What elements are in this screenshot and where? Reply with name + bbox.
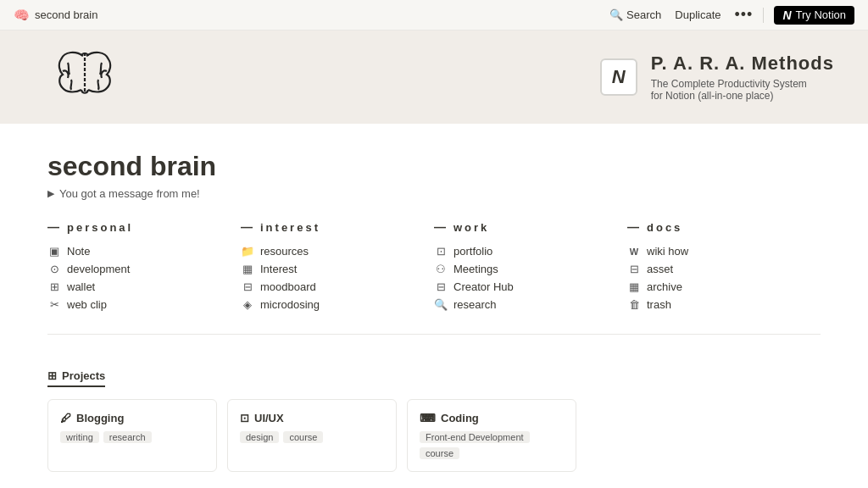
main-content: N P. A. R. A. Methods The Complete Produ… bbox=[0, 30, 868, 488]
search-label: Search bbox=[626, 8, 661, 21]
section-divider bbox=[47, 334, 821, 335]
more-options-button[interactable]: ••• bbox=[734, 6, 753, 24]
item-label: microdosing bbox=[260, 298, 320, 311]
tag: research bbox=[103, 431, 152, 443]
personal-items: ▣ Note ⊙ development ⊞ wallet ✂ web clip bbox=[47, 242, 227, 313]
list-item[interactable]: ⊙ development bbox=[47, 260, 227, 278]
tag: course bbox=[283, 431, 323, 443]
promo-title: P. A. R. A. Methods bbox=[651, 53, 834, 75]
item-label: Creator Hub bbox=[453, 280, 514, 293]
list-item[interactable]: ▣ Note bbox=[47, 242, 227, 260]
list-item[interactable]: ⊟ Creator Hub bbox=[434, 278, 614, 296]
item-label: archive bbox=[647, 280, 682, 293]
page-message[interactable]: ▶ You got a message from me! bbox=[47, 187, 821, 200]
archive-icon: ▦ bbox=[627, 280, 641, 293]
tag: course bbox=[420, 447, 459, 459]
item-label: web clip bbox=[67, 298, 107, 311]
docs-label: docs bbox=[647, 221, 682, 234]
item-label: trash bbox=[647, 298, 671, 311]
project-card-coding[interactable]: ⌨ Coding Front-end Development course bbox=[407, 399, 576, 472]
interest-icon: ▦ bbox=[241, 263, 254, 275]
card-title: ⊡ UI/UX bbox=[240, 412, 384, 424]
development-icon: ⊙ bbox=[47, 263, 61, 275]
projects-tab-label: Projects bbox=[62, 369, 105, 382]
project-card-blogging[interactable]: 🖊 Blogging writing research bbox=[47, 399, 217, 472]
card-title: 🖊 Blogging bbox=[60, 412, 204, 424]
promo-desc: The Complete Productivity System for Not… bbox=[651, 78, 821, 102]
nav-left: 🧠 second brain bbox=[14, 8, 97, 23]
docs-header: — docs bbox=[627, 220, 807, 234]
page-title: second brain bbox=[47, 151, 821, 182]
try-notion-button[interactable]: N Try Notion bbox=[774, 6, 854, 25]
portfolio-icon: ⊡ bbox=[434, 245, 448, 258]
nav-separator bbox=[763, 8, 764, 23]
resources-icon: 📁 bbox=[241, 245, 254, 258]
interest-items: 📁 resources ▦ Interest ⊟ moodboard ◈ mic… bbox=[241, 242, 420, 313]
card-tags: writing research bbox=[60, 431, 204, 443]
work-items: ⊡ portfolio ⚇ Meetings ⊟ Creator Hub 🔍 r… bbox=[434, 242, 614, 313]
list-item[interactable]: ✂ web clip bbox=[47, 296, 227, 313]
tag: design bbox=[240, 431, 279, 443]
personal-header: — personal bbox=[47, 220, 227, 234]
card-label: Coding bbox=[441, 412, 479, 424]
item-label: Meetings bbox=[453, 263, 498, 275]
work-section: — work ⊡ portfolio ⚇ Meetings ⊟ Creator … bbox=[434, 220, 627, 313]
list-item[interactable]: W wiki how bbox=[627, 242, 807, 260]
notion-n-icon: N bbox=[782, 8, 791, 22]
notion-logo-icon: N bbox=[612, 66, 626, 88]
card-label: UI/UX bbox=[254, 412, 284, 424]
card-title: ⌨ Coding bbox=[420, 412, 564, 424]
work-label: work bbox=[453, 221, 489, 234]
project-cards: 🖊 Blogging writing research ⊡ UI/UX desi… bbox=[47, 399, 821, 472]
interest-section: — interest 📁 resources ▦ Interest ⊟ mood… bbox=[241, 220, 434, 313]
site-title: second brain bbox=[35, 8, 97, 21]
list-item[interactable]: ⊟ moodboard bbox=[241, 278, 420, 296]
projects-tab[interactable]: ⊞ Projects bbox=[47, 369, 105, 387]
project-card-uiux[interactable]: ⊡ UI/UX design course bbox=[227, 399, 397, 472]
interest-header: — interest bbox=[241, 220, 420, 234]
item-label: research bbox=[453, 298, 497, 311]
hero-promo: N P. A. R. A. Methods The Complete Produ… bbox=[600, 53, 834, 102]
hero-banner: N P. A. R. A. Methods The Complete Produ… bbox=[0, 30, 868, 124]
webclip-icon: ✂ bbox=[47, 298, 61, 311]
wikihow-icon: W bbox=[627, 247, 641, 257]
coding-icon: ⌨ bbox=[420, 412, 436, 424]
research-icon: 🔍 bbox=[434, 298, 448, 311]
search-button[interactable]: 🔍 Search bbox=[609, 8, 661, 21]
brain-illustration bbox=[51, 39, 119, 109]
uiux-icon: ⊡ bbox=[240, 412, 249, 424]
item-label: portfolio bbox=[453, 245, 492, 258]
try-notion-label: Try Notion bbox=[796, 8, 846, 21]
sections-grid: — personal ▣ Note ⊙ development ⊞ wallet bbox=[47, 220, 821, 313]
item-label: Interest bbox=[260, 263, 297, 275]
trash-icon: 🗑 bbox=[627, 298, 641, 311]
list-item[interactable]: ▦ Interest bbox=[241, 260, 420, 278]
list-item[interactable]: 🔍 research bbox=[434, 296, 614, 313]
projects-tab-icon: ⊞ bbox=[47, 369, 57, 382]
list-item[interactable]: 🗑 trash bbox=[627, 296, 807, 313]
meetings-icon: ⚇ bbox=[434, 263, 448, 275]
card-tags: Front-end Development course bbox=[420, 431, 564, 459]
duplicate-button[interactable]: Duplicate bbox=[668, 6, 727, 24]
item-label: resources bbox=[260, 245, 309, 258]
list-item[interactable]: ◈ microdosing bbox=[241, 296, 420, 313]
card-label: Blogging bbox=[76, 412, 124, 424]
list-item[interactable]: ⚇ Meetings bbox=[434, 260, 614, 278]
personal-section: — personal ▣ Note ⊙ development ⊞ wallet bbox=[47, 220, 241, 313]
wallet-icon: ⊞ bbox=[47, 280, 61, 293]
list-item[interactable]: ▦ archive bbox=[627, 278, 807, 296]
message-text: You got a message from me! bbox=[59, 187, 200, 200]
page-content: second brain ▶ You got a message from me… bbox=[0, 124, 868, 369]
list-item[interactable]: 📁 resources bbox=[241, 242, 420, 260]
blogging-icon: 🖊 bbox=[60, 412, 71, 424]
tag: Front-end Development bbox=[420, 431, 530, 443]
creatorhub-icon: ⊟ bbox=[434, 280, 448, 293]
notion-logo-box: N bbox=[600, 58, 637, 96]
list-item[interactable]: ⊟ asset bbox=[627, 260, 807, 278]
nav-right: 🔍 Search Duplicate ••• N Try Notion bbox=[609, 6, 854, 25]
list-item[interactable]: ⊡ portfolio bbox=[434, 242, 614, 260]
arrow-icon: ▶ bbox=[47, 188, 54, 199]
item-label: wiki how bbox=[647, 245, 688, 258]
list-item[interactable]: ⊞ wallet bbox=[47, 278, 227, 296]
interest-label: interest bbox=[260, 221, 320, 234]
